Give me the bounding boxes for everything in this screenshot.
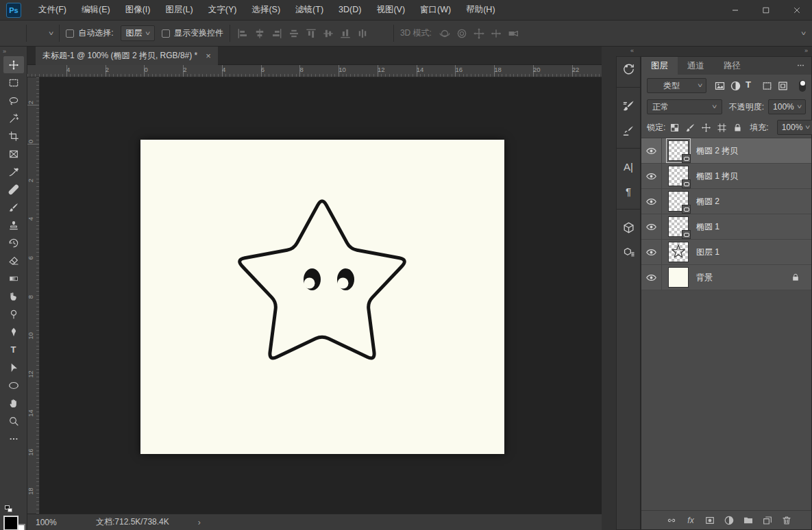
eye-icon[interactable] bbox=[645, 171, 657, 182]
align-center-v-icon[interactable] bbox=[322, 27, 334, 40]
menu-item-help[interactable]: 帮助(H) bbox=[458, 0, 502, 21]
smudge-tool[interactable] bbox=[3, 288, 24, 305]
minimize-window-button[interactable] bbox=[719, 0, 750, 21]
panel-menu-icon[interactable] bbox=[796, 61, 806, 70]
lock-all-icon[interactable] bbox=[733, 123, 743, 133]
document-tab[interactable]: 未标题-1 @ 100% (椭圆 2 拷贝, RGB/8#) * × bbox=[36, 47, 218, 65]
auto-select-target-dropdown[interactable]: 图层 ˅ bbox=[121, 25, 155, 41]
foreground-color-swatch[interactable] bbox=[3, 516, 19, 530]
new-layer-button[interactable] bbox=[762, 515, 773, 526]
character-panel-button[interactable]: A| bbox=[617, 154, 640, 179]
layer-thumbnail[interactable] bbox=[668, 242, 689, 262]
tab-路径[interactable]: 路径 bbox=[714, 57, 750, 75]
menu-item-filter[interactable]: 滤镜(T) bbox=[288, 0, 331, 21]
distribute-v-icon[interactable] bbox=[356, 27, 369, 40]
collapse-dock-icon[interactable]: « bbox=[630, 47, 634, 54]
auto-select-checkbox[interactable] bbox=[66, 29, 74, 38]
layer-thumbnail[interactable] bbox=[668, 216, 689, 237]
align-top-icon[interactable] bbox=[305, 27, 317, 40]
canvas[interactable] bbox=[140, 140, 504, 454]
camera-3d-icon[interactable] bbox=[507, 27, 519, 40]
move-tool[interactable] bbox=[3, 56, 24, 73]
layer-row[interactable]: 背景 bbox=[641, 265, 811, 290]
visibility-cell[interactable] bbox=[641, 214, 662, 239]
layer-thumbnail[interactable] bbox=[668, 166, 689, 186]
layer-thumbnail[interactable] bbox=[668, 267, 689, 288]
eye-icon[interactable] bbox=[645, 196, 657, 207]
quick-mask-mode-icon[interactable] bbox=[8, 496, 20, 508]
orbit-3d-icon[interactable] bbox=[439, 27, 451, 40]
align-bottom-icon[interactable] bbox=[339, 27, 352, 40]
picture-filter-icon[interactable] bbox=[714, 80, 726, 92]
show-transform-checkbox[interactable] bbox=[162, 29, 170, 38]
history-panel-button[interactable] bbox=[617, 57, 640, 81]
type-kind-filter-icon[interactable]: T bbox=[746, 80, 757, 92]
filter-toggle-switch[interactable] bbox=[799, 80, 806, 92]
expand-dock-icon[interactable]: » bbox=[804, 47, 808, 54]
visibility-cell[interactable] bbox=[641, 265, 662, 290]
align-left-icon[interactable] bbox=[236, 27, 249, 40]
layer-row[interactable]: 椭圆 2 拷贝 bbox=[641, 138, 811, 164]
dodge-tool[interactable] bbox=[3, 305, 24, 323]
history-brush-tool[interactable] bbox=[3, 234, 24, 251]
materials-panel-button[interactable] bbox=[617, 240, 640, 264]
brushes-panel-button[interactable] bbox=[617, 118, 640, 142]
eyedropper-tool[interactable] bbox=[3, 163, 24, 180]
quick-selection-tool[interactable] bbox=[3, 110, 24, 127]
adjustment-filter-icon[interactable] bbox=[730, 80, 741, 92]
more-tool[interactable] bbox=[3, 430, 24, 447]
align-right-icon[interactable] bbox=[271, 27, 283, 40]
shape-badge-filter-icon[interactable] bbox=[761, 80, 773, 92]
opacity-field[interactable]: 100% ˅ bbox=[768, 99, 806, 114]
menu-item-file[interactable]: 文件(F) bbox=[31, 0, 74, 21]
workspace-switcher-icon[interactable] bbox=[785, 27, 798, 40]
ellipse-tool[interactable] bbox=[3, 377, 24, 394]
toolbar-collapse-icon[interactable]: » bbox=[3, 48, 6, 55]
link-button[interactable] bbox=[666, 515, 677, 526]
eraser-tool[interactable] bbox=[3, 252, 24, 269]
fx-button[interactable]: fx bbox=[685, 515, 696, 526]
mask-button[interactable] bbox=[704, 515, 715, 526]
vertical-ruler[interactable]: 2024681012141618 bbox=[27, 77, 40, 514]
tab-通道[interactable]: 通道 bbox=[678, 57, 714, 75]
eye-icon[interactable] bbox=[645, 145, 657, 157]
paragraph-panel-button[interactable]: ¶ bbox=[617, 179, 640, 203]
layer-row[interactable]: 椭圆 1 bbox=[641, 214, 811, 240]
roll-3d-icon[interactable] bbox=[456, 27, 468, 40]
search-icon[interactable] bbox=[763, 27, 776, 40]
slide-3d-icon[interactable] bbox=[490, 27, 502, 40]
status-menu-chevron[interactable]: › bbox=[198, 518, 201, 527]
align-center-h-icon[interactable] bbox=[254, 27, 266, 40]
brush-small-lock-icon[interactable] bbox=[685, 123, 696, 133]
visibility-cell[interactable] bbox=[641, 189, 662, 214]
spot-healing-tool[interactable] bbox=[3, 181, 24, 198]
visibility-cell[interactable] bbox=[641, 138, 662, 163]
crop-tool[interactable] bbox=[3, 127, 24, 144]
maximize-window-button[interactable] bbox=[750, 0, 781, 21]
menu-item-type[interactable]: 文字(Y) bbox=[201, 0, 245, 21]
path-selection-tool[interactable] bbox=[3, 359, 24, 376]
menu-item-image[interactable]: 图像(I) bbox=[118, 0, 158, 21]
layer-thumbnail[interactable] bbox=[668, 140, 689, 161]
pasteboard[interactable] bbox=[40, 77, 602, 514]
eye-icon[interactable] bbox=[645, 247, 657, 258]
layer-row[interactable]: 图层 1 bbox=[641, 240, 811, 265]
distribute-h-icon[interactable] bbox=[288, 27, 300, 40]
eye-icon[interactable] bbox=[645, 272, 657, 283]
smart-object-filter-icon[interactable] bbox=[777, 80, 789, 92]
checkerboard-lock-icon[interactable] bbox=[669, 123, 680, 133]
close-tab-icon[interactable]: × bbox=[206, 51, 211, 61]
menu-item-layer[interactable]: 图层(L) bbox=[158, 0, 200, 21]
zoom-level-field[interactable]: 100% bbox=[36, 518, 77, 527]
menu-item-view[interactable]: 视图(V) bbox=[369, 0, 413, 21]
visibility-cell[interactable] bbox=[641, 164, 662, 188]
fill-field[interactable]: 100% ˅ bbox=[777, 120, 812, 135]
lasso-tool[interactable] bbox=[3, 92, 24, 109]
horizontal-ruler[interactable]: 420246810121416182022 bbox=[27, 65, 602, 77]
filter-type-dropdown[interactable]: 类型 ˅ bbox=[647, 78, 706, 93]
menu-item-edit[interactable]: 编辑(E) bbox=[74, 0, 118, 21]
layer-thumbnail[interactable] bbox=[668, 191, 689, 212]
adjustment-button[interactable] bbox=[724, 515, 735, 526]
rectangular-marquee-tool[interactable] bbox=[3, 74, 24, 91]
3d-panel-button[interactable] bbox=[617, 215, 640, 240]
